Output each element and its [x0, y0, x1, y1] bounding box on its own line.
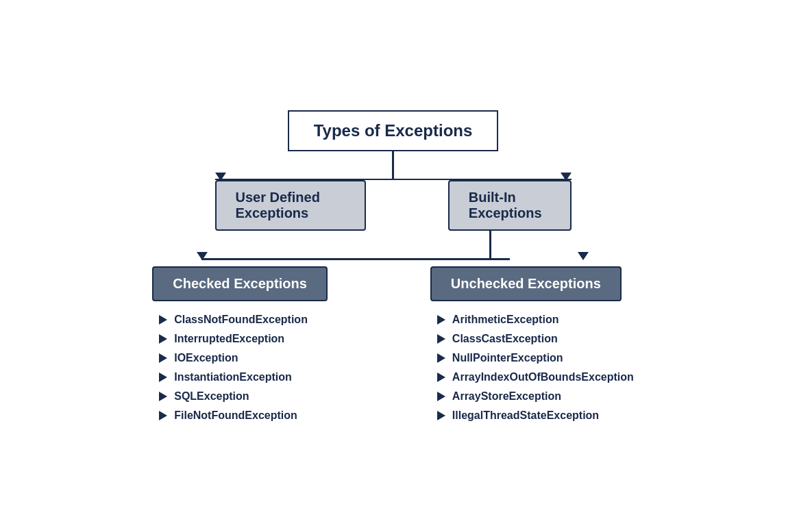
list-item: ArrayStoreException: [437, 390, 634, 403]
arrow-icon: [437, 411, 445, 420]
exception-label: ArithmeticException: [452, 314, 559, 326]
arrow-to-built-in: [561, 173, 572, 181]
arrow-to-unchecked: [578, 252, 589, 260]
list-item: InterruptedException: [159, 333, 308, 345]
checked-col: Checked Exceptions ClassNotFoundExceptio…: [152, 266, 328, 422]
diagram: Types of Exceptions User Defined Excepti…: [16, 110, 770, 422]
user-defined-node: User Defined Exceptions: [215, 180, 366, 231]
list-item: SQLException: [159, 390, 308, 403]
spacer1: [215, 231, 572, 258]
arrow-icon: [159, 392, 167, 401]
h-branch-top: [215, 179, 572, 181]
list-item: ClassCastException: [437, 333, 634, 345]
arrow-to-checked: [197, 252, 208, 260]
exception-label: ArrayIndexOutOfBoundsException: [452, 371, 634, 383]
exception-label: NullPointerException: [452, 352, 563, 364]
exception-label: ArrayStoreException: [452, 390, 561, 403]
exception-label: SQLException: [174, 390, 249, 403]
unchecked-list: ArithmeticException ClassCastException N…: [430, 314, 634, 422]
checked-node: Checked Exceptions: [152, 266, 328, 301]
arrow-icon: [437, 392, 445, 401]
list-item: FileNotFoundException: [159, 409, 308, 422]
exception-label: IOException: [174, 352, 238, 364]
list-item: ClassNotFoundException: [159, 314, 308, 326]
exception-label: IllegalThreadStateException: [452, 409, 599, 422]
exception-label: ClassNotFoundException: [174, 314, 308, 326]
root-vline: [392, 151, 394, 179]
h-branch-level3: [126, 258, 661, 266]
arrow-icon: [159, 411, 167, 420]
exception-label: FileNotFoundException: [174, 409, 297, 422]
arrow-icon: [437, 353, 445, 363]
arrow-icon: [437, 315, 445, 325]
exception-label: InstantiationException: [174, 371, 292, 383]
list-item: InstantiationException: [159, 371, 308, 383]
unchecked-col: Unchecked Exceptions ArithmeticException…: [430, 266, 634, 422]
arrow-icon: [159, 372, 167, 382]
unchecked-node: Unchecked Exceptions: [430, 266, 622, 301]
exception-label: InterruptedException: [174, 333, 284, 345]
arrow-icon: [437, 372, 445, 382]
list-item: IOException: [159, 352, 308, 364]
arrow-to-user-defined: [215, 173, 226, 181]
list-item: ArrayIndexOutOfBoundsException: [437, 371, 634, 383]
list-item: ArithmeticException: [437, 314, 634, 326]
arrow-icon: [159, 315, 167, 325]
arrow-icon: [159, 353, 167, 363]
checked-list: ClassNotFoundException InterruptedExcept…: [152, 314, 308, 422]
list-item: NullPointerException: [437, 352, 634, 364]
list-item: IllegalThreadStateException: [437, 409, 634, 422]
root-node: Types of Exceptions: [288, 110, 499, 151]
arrow-icon: [437, 334, 445, 344]
exception-label: ClassCastException: [452, 333, 558, 345]
arrow-icon: [159, 334, 167, 344]
built-in-node: Built-In Exceptions: [448, 180, 572, 231]
